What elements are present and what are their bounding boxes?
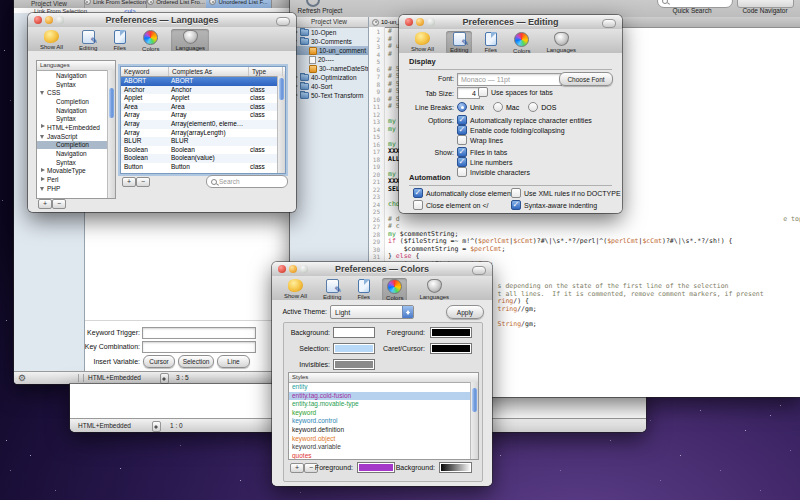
style-row[interactable]: keyword: [289, 409, 478, 418]
tree-item[interactable]: Syntax: [37, 158, 115, 167]
disclosure-triangle-icon[interactable]: [40, 124, 47, 131]
line-button[interactable]: Line: [217, 355, 250, 368]
table-row[interactable]: ButtonButtonclass: [121, 163, 285, 172]
language-stepper-icon[interactable]: [160, 373, 169, 384]
tab-unordered-list-active[interactable]: Unordered List F...: [206, 0, 272, 8]
apply-button[interactable]: Apply: [446, 305, 484, 319]
tree-item[interactable]: 30--nameDateStr: [290, 64, 368, 73]
table-row[interactable]: ArrayArray(element0, eleme…: [121, 120, 285, 129]
toolbar-toggle-button[interactable]: [472, 266, 486, 275]
tree-item[interactable]: MovableType: [37, 167, 115, 176]
table-row[interactable]: BooleanBoolean(value): [121, 154, 285, 163]
foreground-color-well[interactable]: [430, 327, 472, 338]
column-header[interactable]: Completes As: [169, 67, 249, 76]
language-indicator[interactable]: HTML+Embedded: [78, 419, 131, 432]
tab-ordered-list[interactable]: Ordered List Fro...: [146, 0, 207, 8]
toolbar-item-show-all[interactable]: Show All: [407, 31, 438, 53]
add-language-button[interactable]: +: [38, 199, 52, 209]
checkbox[interactable]: [457, 115, 467, 125]
tab-close-icon[interactable]: [84, 0, 91, 5]
scrollbar[interactable]: [277, 76, 285, 173]
column-header[interactable]: Type: [249, 67, 283, 76]
checkbox[interactable]: [478, 87, 488, 97]
toolbar-item-colors[interactable]: Colors: [382, 278, 407, 302]
toolbar-item-files[interactable]: Files: [480, 31, 501, 54]
column-header[interactable]: Keyword: [121, 67, 169, 76]
remove-language-button[interactable]: −: [52, 199, 66, 209]
selection-button[interactable]: Selection: [178, 355, 214, 368]
checkbox[interactable]: [413, 188, 423, 198]
disclosure-triangle-icon[interactable]: [40, 133, 47, 140]
toolbar-item-show-all[interactable]: Show All: [36, 29, 67, 51]
toolbar-item-colors[interactable]: Colors: [509, 31, 534, 55]
style-row[interactable]: quotes: [289, 452, 478, 460]
tree-item[interactable]: 10-un_comment: [290, 46, 368, 55]
checkbox[interactable]: [457, 135, 467, 145]
tree-item[interactable]: Perl: [37, 175, 115, 184]
tab-close-icon[interactable]: [209, 0, 216, 5]
table-row[interactable]: ABORTABORT: [121, 77, 285, 86]
title-bar[interactable]: Preferences — Languages: [28, 13, 296, 28]
invisibles-color-well[interactable]: [333, 359, 375, 370]
style-row[interactable]: keyword.control: [289, 417, 478, 426]
scrollbar[interactable]: [470, 382, 478, 459]
sidebar-header[interactable]: Project View: [290, 17, 368, 28]
tree-item[interactable]: 10-Open: [290, 28, 368, 37]
radio-button[interactable]: [457, 102, 467, 112]
gear-icon[interactable]: ⚙: [18, 373, 26, 383]
disclosure-triangle-icon[interactable]: [40, 176, 47, 183]
remove-completion-button[interactable]: −: [136, 177, 150, 187]
scrollbar[interactable]: [107, 70, 115, 198]
tree-item[interactable]: Syntax: [37, 114, 115, 123]
table-row[interactable]: BooleanBooleanclass: [121, 146, 285, 155]
checkbox[interactable]: [413, 200, 423, 210]
tree-item[interactable]: Navigation: [37, 106, 115, 115]
tree-item[interactable]: 30-Comments: [290, 37, 368, 46]
checkbox[interactable]: [511, 200, 521, 210]
style-background-well[interactable]: [439, 462, 472, 473]
toolbar-item-languages[interactable]: Languages: [415, 278, 453, 301]
style-foreground-well[interactable]: [357, 462, 395, 473]
style-row[interactable]: entity: [289, 383, 478, 392]
add-completion-button[interactable]: +: [122, 177, 136, 187]
table-row[interactable]: BLURBLUR: [121, 137, 285, 146]
font-field[interactable]: Monaco — 11pt: [457, 73, 562, 86]
toolbar-toggle-button[interactable]: [276, 17, 290, 26]
toolbar-item-files[interactable]: Files: [109, 29, 130, 52]
table-row[interactable]: ArrayArrayclass: [121, 111, 285, 120]
radio-button[interactable]: [528, 102, 538, 112]
toolbar-item-editing[interactable]: Editing: [75, 29, 101, 52]
tree-item[interactable]: Completion: [37, 97, 115, 106]
toolbar-item-show-all[interactable]: Show All: [280, 278, 311, 300]
table-row[interactable]: ArrayArray(arrayLength): [121, 129, 285, 138]
tree-item[interactable]: 50-Text Transform: [290, 91, 368, 100]
style-row[interactable]: keyword.variable: [289, 443, 478, 452]
toolbar-item-languages[interactable]: Languages: [171, 29, 209, 52]
checkbox[interactable]: [457, 125, 467, 135]
key-combination-field[interactable]: [142, 341, 256, 353]
checkbox[interactable]: [511, 188, 521, 198]
scrollbar-thumb[interactable]: [279, 78, 285, 100]
refresh-project-label[interactable]: Refresh Project: [290, 7, 350, 14]
title-bar[interactable]: Preferences — Colors: [272, 262, 492, 277]
tree-item[interactable]: JavaScript: [37, 132, 115, 141]
toolbar-item-files[interactable]: Files: [353, 278, 374, 301]
language-indicator[interactable]: HTML+Embedded: [88, 372, 141, 384]
toolbar-item-colors[interactable]: Colors: [138, 29, 163, 53]
tree-item[interactable]: Navigation: [37, 71, 115, 80]
table-row[interactable]: AppletAppletclass: [121, 94, 285, 103]
tree-item[interactable]: Navigation: [37, 149, 115, 158]
tab-size-field[interactable]: 4: [457, 87, 480, 99]
toolbar-item-editing[interactable]: Editing: [319, 278, 345, 301]
refresh-icon[interactable]: [306, 0, 320, 7]
background-color-well[interactable]: [333, 327, 375, 338]
tree-item[interactable]: PHP: [37, 184, 115, 193]
tree-item[interactable]: Completion: [37, 141, 115, 150]
keyword-trigger-field[interactable]: [142, 327, 256, 339]
style-row[interactable]: entity.tag.movable-type: [289, 400, 478, 409]
style-row[interactable]: keyword.object: [289, 435, 478, 444]
style-row[interactable]: entity.tag.cold-fusion: [289, 392, 478, 401]
languages-list-header[interactable]: Languages: [37, 61, 115, 71]
disclosure-triangle-icon[interactable]: [40, 185, 47, 192]
style-row[interactable]: keyword.definition: [289, 426, 478, 435]
